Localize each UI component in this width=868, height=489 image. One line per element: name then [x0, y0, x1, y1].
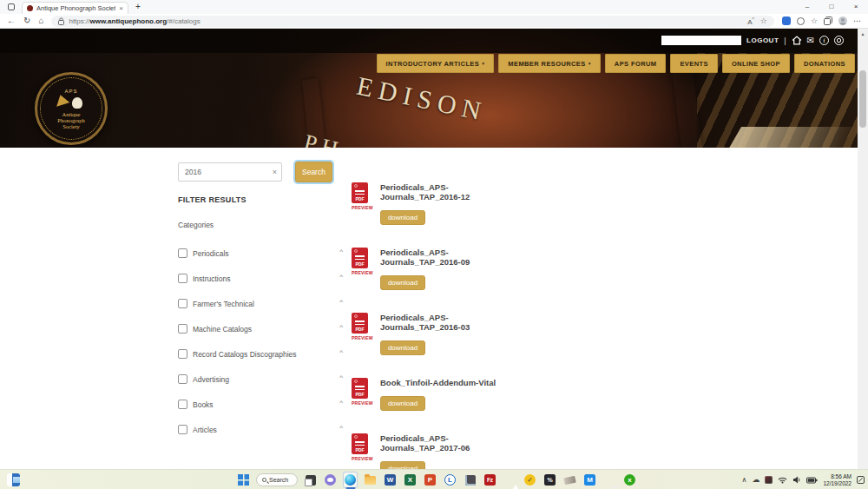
collections-icon[interactable]: [824, 17, 832, 25]
pdf-file-icon[interactable]: PDF: [352, 248, 368, 268]
search-button[interactable]: Search: [295, 162, 332, 182]
clear-search-icon[interactable]: ×: [273, 168, 277, 176]
search-input[interactable]: [178, 162, 282, 182]
add-favorite-icon[interactable]: ☆: [760, 17, 767, 25]
result-title[interactable]: Periodicals_APS-: [380, 313, 470, 322]
download-button[interactable]: download: [380, 340, 425, 355]
download-button[interactable]: download: [380, 396, 425, 411]
scrollbar-thumb[interactable]: [859, 70, 866, 128]
result-title-line2[interactable]: Journals_TAP_2016-03: [380, 322, 470, 332]
tab-actions-icon[interactable]: [8, 3, 15, 10]
tab-close-icon[interactable]: ×: [119, 4, 123, 12]
category-checkbox[interactable]: [178, 274, 187, 283]
download-button[interactable]: download: [380, 275, 425, 290]
preview-label[interactable]: PREVIEW: [352, 270, 376, 274]
tray-app-icon[interactable]: [765, 476, 773, 484]
category-checkbox[interactable]: [178, 324, 187, 334]
category-checkbox[interactable]: [178, 299, 187, 308]
category-checkbox[interactable]: [178, 374, 187, 384]
chat-icon[interactable]: [323, 472, 338, 488]
category-checkbox[interactable]: [178, 425, 187, 434]
nav-button-online-shop[interactable]: ONLINE SHOP: [722, 54, 790, 73]
chevron-up-icon[interactable]: ^: [339, 248, 343, 255]
preview-label[interactable]: PREVIEW: [352, 335, 376, 340]
nav-button-member-resources[interactable]: MEMBER RESOURCES▾: [498, 54, 601, 73]
read-aloud-icon[interactable]: A^: [747, 17, 754, 26]
pdf-file-icon[interactable]: PDF: [352, 182, 368, 203]
result-title-line2[interactable]: Journals_TAP_2017-06: [380, 443, 470, 453]
nav-button-events[interactable]: EVENTS: [670, 54, 717, 73]
task-view-icon[interactable]: [303, 472, 318, 488]
home-icon[interactable]: ⌂: [38, 17, 43, 25]
category-checkbox[interactable]: [178, 400, 187, 409]
explorer-icon[interactable]: [363, 472, 378, 488]
word-icon[interactable]: W: [383, 472, 398, 488]
download-button[interactable]: download: [380, 210, 425, 225]
aps-logo[interactable]: APS Antique Phonograph Society: [35, 72, 108, 145]
powerpoint-icon[interactable]: P: [423, 472, 437, 488]
sync-icon[interactable]: [797, 17, 805, 25]
chevron-up-icon[interactable]: ^: [339, 273, 343, 281]
extension-icon[interactable]: [782, 17, 791, 25]
pdf-file-icon[interactable]: PDF: [352, 378, 368, 399]
action-center-icon[interactable]: [857, 476, 865, 484]
close-button[interactable]: ×: [844, 0, 868, 13]
download-button[interactable]: download: [380, 461, 425, 469]
app-l-icon[interactable]: L: [443, 472, 457, 488]
pdf-file-icon[interactable]: PDF: [352, 313, 368, 334]
back-icon[interactable]: ←: [7, 17, 16, 25]
chevron-up-icon[interactable]: ^: [339, 373, 343, 381]
browser-menu-icon[interactable]: ⋯: [853, 17, 861, 25]
nav-button-introductory-articles[interactable]: INTRODUCTORY ARTICLES▾: [377, 54, 495, 73]
profile-avatar[interactable]: [838, 17, 847, 25]
chevron-up-icon[interactable]: ^: [339, 424, 343, 432]
result-title[interactable]: Periodicals_APS-: [380, 182, 470, 192]
start-icon[interactable]: [236, 472, 251, 488]
pdf-file-icon[interactable]: PDF: [352, 433, 368, 454]
new-tab-button[interactable]: +: [135, 2, 141, 11]
result-title[interactable]: Book_Tinfoil-Addendum-Vital: [380, 378, 496, 387]
nav-button-donations[interactable]: DONATIONS: [794, 54, 855, 73]
home-link-icon[interactable]: [792, 36, 802, 45]
scroll-up-icon[interactable]: ▲: [858, 31, 868, 36]
app-percent-icon[interactable]: %: [542, 472, 557, 488]
logout-link[interactable]: LOGOUT: [746, 36, 779, 44]
volume-icon[interactable]: [792, 476, 801, 484]
favorites-icon[interactable]: ☆: [811, 17, 818, 25]
preview-label[interactable]: PREVIEW: [352, 456, 376, 460]
xbox-icon[interactable]: x: [622, 472, 637, 488]
app-red-icon[interactable]: [602, 472, 617, 488]
battery-icon[interactable]: [806, 477, 818, 484]
browser-tab[interactable]: Antique Phonograph Society ×: [22, 2, 128, 14]
taskbar-search[interactable]: Search: [256, 473, 298, 486]
app-grid-icon[interactable]: [463, 472, 477, 488]
maximize-button[interactable]: □: [819, 0, 844, 13]
taskbar-clock[interactable]: 8:56 AM 12/19/2022: [823, 473, 852, 486]
chevron-up-icon[interactable]: ^: [339, 348, 343, 356]
edge-icon[interactable]: [343, 472, 358, 488]
app-cloud-icon[interactable]: [503, 472, 517, 488]
app-check-icon[interactable]: ✓: [523, 472, 537, 488]
category-checkbox[interactable]: [178, 248, 187, 258]
minimize-button[interactable]: –: [795, 0, 819, 13]
app-stapler-icon[interactable]: [562, 472, 577, 488]
nav-button-aps-forum[interactable]: APS FORUM: [605, 54, 667, 73]
reload-icon[interactable]: ↻: [23, 17, 30, 25]
onedrive-icon[interactable]: ☁: [752, 476, 760, 484]
chevron-up-icon[interactable]: ^: [339, 323, 343, 331]
result-title-line2[interactable]: Journals_TAP_2016-09: [380, 257, 470, 267]
chevron-up-icon[interactable]: ^: [339, 298, 343, 306]
instagram-icon[interactable]: [834, 36, 844, 45]
result-title[interactable]: Periodicals_APS-: [380, 433, 470, 443]
tray-chevron-icon[interactable]: ∧: [742, 477, 747, 484]
malwarebytes-icon[interactable]: M: [582, 472, 597, 488]
preview-label[interactable]: PREVIEW: [352, 205, 376, 209]
wifi-icon[interactable]: [778, 476, 787, 484]
chevron-up-icon[interactable]: ^: [339, 399, 343, 406]
preview-label[interactable]: PREVIEW: [352, 400, 376, 405]
facebook-icon[interactable]: f: [819, 36, 829, 45]
mail-icon[interactable]: ✉: [807, 36, 814, 45]
address-bar[interactable]: https://www.antiquephono.org/#/catalogs …: [51, 16, 773, 27]
category-checkbox[interactable]: [178, 349, 187, 359]
result-title-line2[interactable]: Journals_TAP_2016-12: [380, 192, 470, 202]
